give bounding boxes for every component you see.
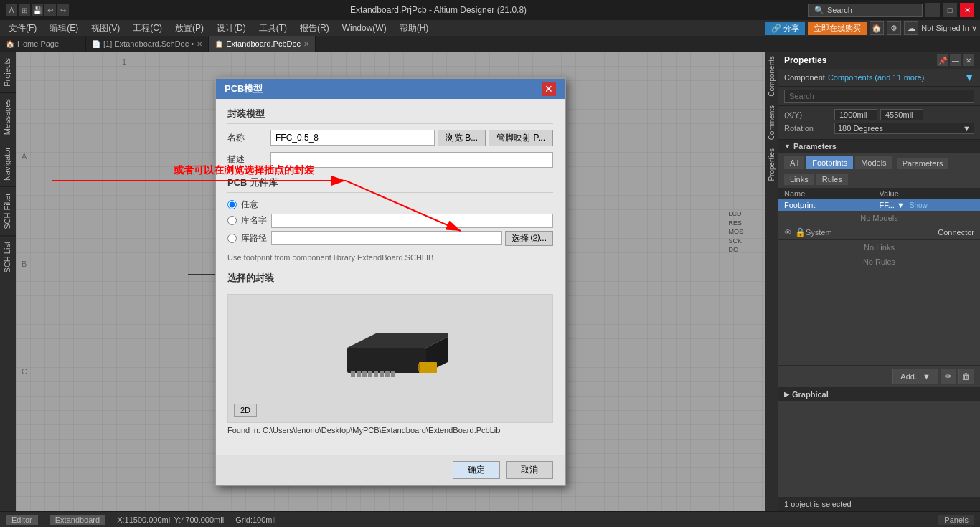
radio-libname-label[interactable]: 库名字 bbox=[241, 214, 267, 227]
tab-schdoc-close[interactable]: ✕ bbox=[197, 40, 202, 48]
svg-rect-12 bbox=[418, 364, 420, 371]
menu-help[interactable]: 帮助(H) bbox=[394, 21, 435, 36]
modal-footer: 确定 取消 bbox=[216, 455, 565, 485]
title-search-bar[interactable]: 🔍 Search bbox=[808, 4, 923, 17]
no-rules-text: No Rules bbox=[778, 255, 980, 269]
menu-file[interactable]: 文件(F) bbox=[3, 21, 42, 36]
desc-input[interactable] bbox=[270, 152, 553, 168]
edge-tab-components[interactable]: Components bbox=[765, 52, 778, 101]
eye-icon[interactable]: 👁 bbox=[784, 228, 792, 237]
pin-icon[interactable]: 📌 bbox=[937, 54, 948, 66]
edge-tab-comments[interactable]: Comments bbox=[765, 101, 778, 144]
extandboard-tab[interactable]: Extandboard bbox=[50, 515, 105, 525]
tab-homepage-label: Home Page bbox=[17, 39, 59, 48]
param-btn-links[interactable]: Links bbox=[784, 174, 814, 185]
edge-tab-properties[interactable]: Properties bbox=[765, 144, 778, 186]
footprint-name-cell: Footprint bbox=[784, 201, 880, 209]
delete-button[interactable]: 🗑 bbox=[958, 369, 974, 384]
library-options: 任意 库名字 库路径 bbox=[227, 199, 553, 246]
param-btn-footprints[interactable]: Footprints bbox=[806, 156, 853, 169]
footprint-row[interactable]: Footprint FF... ▼ Show bbox=[778, 199, 980, 211]
minimize-button[interactable]: — bbox=[925, 3, 940, 17]
preview-2d-button[interactable]: 2D bbox=[234, 404, 257, 417]
radio-libpath-label[interactable]: 库路径 bbox=[241, 232, 267, 244]
maximize-button[interactable]: □ bbox=[943, 3, 957, 17]
save-icon[interactable]: 💾 bbox=[32, 4, 43, 16]
add-button[interactable]: Add... ▼ bbox=[892, 369, 938, 384]
menu-report[interactable]: 报告(R) bbox=[294, 21, 335, 36]
menu-icon1[interactable]: ⊞ bbox=[19, 4, 30, 16]
footprint-show-link[interactable]: Show bbox=[910, 201, 928, 209]
properties-panel: Properties 📌 — ✕ Component Components (a… bbox=[778, 52, 980, 511]
ok-button[interactable]: 确定 bbox=[453, 461, 500, 479]
menu-place[interactable]: 放置(P) bbox=[169, 21, 209, 36]
y-value[interactable]: 4550mil bbox=[880, 109, 923, 120]
modal-overlay: PCB模型 ✕ 封装模型 名称 浏览 B... 管脚映射 P... bbox=[16, 52, 765, 511]
footprint-value-cell: FF... ▼ Show bbox=[880, 201, 975, 209]
libpath-input[interactable] bbox=[271, 231, 502, 245]
menu-project[interactable]: 工程(C) bbox=[127, 21, 168, 36]
modal-close-button[interactable]: ✕ bbox=[542, 82, 556, 96]
menu-tools[interactable]: 工具(T) bbox=[253, 21, 293, 36]
cancel-button[interactable]: 取消 bbox=[506, 461, 553, 479]
footprint-dropdown-icon[interactable]: ▼ bbox=[897, 201, 905, 209]
home-icon-btn[interactable]: 🏠 bbox=[870, 21, 884, 35]
editor-area[interactable]: A B C 1 LCD RES MOS SCK DC PCB模型 ✕ bbox=[16, 52, 765, 511]
param-btn-all[interactable]: All bbox=[784, 156, 804, 169]
props-search-input[interactable] bbox=[784, 90, 974, 103]
name-input[interactable] bbox=[270, 130, 435, 146]
share-button[interactable]: 🔗 分享 bbox=[765, 22, 805, 35]
tab-schdoc[interactable]: 📄 [1] Extandboard.SchDoc • ✕ bbox=[86, 36, 209, 52]
tab-pcbdoc[interactable]: 📋 Extandboard.PcbDoc ✕ bbox=[209, 36, 316, 52]
tab-homepage[interactable]: 🏠 Home Page bbox=[0, 36, 86, 52]
redo-icon[interactable]: ↪ bbox=[57, 4, 69, 16]
xy-rotation-section: (X/Y) 1900mil 4550mil Rotation 180 Degre… bbox=[778, 106, 980, 140]
filter-icon[interactable]: ▼ bbox=[964, 72, 974, 83]
libname-input[interactable] bbox=[271, 214, 553, 228]
radio-libname[interactable] bbox=[227, 216, 237, 225]
coordinates-text: X:11500.000mil Y:4700.000mil bbox=[117, 516, 224, 524]
svg-rect-5 bbox=[362, 371, 367, 377]
select-button[interactable]: 选择 ⑵... bbox=[505, 231, 553, 246]
add-dropdown-icon: ▼ bbox=[923, 372, 930, 381]
param-btn-rules[interactable]: Rules bbox=[816, 174, 848, 185]
edit-button[interactable]: ✏ bbox=[941, 369, 956, 384]
menu-window[interactable]: Window(W) bbox=[336, 22, 392, 34]
sidebar-item-navigator[interactable]: Navigator bbox=[0, 141, 16, 186]
user-info[interactable]: Not Signed In ∨ bbox=[921, 24, 977, 33]
radio-any-label[interactable]: 任意 bbox=[241, 199, 258, 211]
param-btn-parameters[interactable]: Parameters bbox=[897, 158, 949, 169]
rotation-select[interactable]: 180 Degrees ▼ bbox=[834, 123, 974, 134]
svg-rect-3 bbox=[351, 371, 355, 377]
sidebar-item-messages[interactable]: Messages bbox=[0, 92, 16, 141]
panels-button[interactable]: Panels bbox=[938, 515, 974, 525]
browse-button[interactable]: 浏览 B... bbox=[438, 130, 486, 146]
params-section-header[interactable]: ▼ Parameters bbox=[778, 140, 980, 153]
sidebar-item-schlist[interactable]: SCH List bbox=[0, 235, 16, 278]
graphical-section-header[interactable]: ▶ Graphical bbox=[778, 388, 980, 401]
tab-pcbdoc-close[interactable]: ✕ bbox=[303, 40, 309, 48]
close-button[interactable]: ✕ bbox=[960, 3, 974, 17]
svg-rect-10 bbox=[391, 371, 395, 377]
sidebar-item-projects[interactable]: Projects bbox=[0, 52, 16, 92]
cloud-icon-btn[interactable]: ☁ bbox=[904, 21, 918, 35]
settings-icon-btn[interactable]: ⚙ bbox=[887, 21, 901, 35]
menu-edit[interactable]: 编辑(E) bbox=[44, 21, 84, 36]
undo-icon[interactable]: ↩ bbox=[44, 4, 56, 16]
props-minimize-icon[interactable]: — bbox=[950, 54, 961, 66]
editor-tab[interactable]: Editor bbox=[6, 515, 38, 525]
pinmap-button[interactable]: 管脚映射 P... bbox=[489, 130, 553, 146]
buy-button[interactable]: 立即在线购买 bbox=[808, 22, 867, 35]
found-in-text: Found in: C:\Users\lenono\Desktop\MyPCB\… bbox=[227, 423, 553, 437]
radio-any[interactable] bbox=[227, 200, 237, 209]
no-links-text: No Links bbox=[778, 240, 980, 255]
radio-libpath[interactable] bbox=[227, 234, 237, 243]
radio-libname-row: 库名字 bbox=[227, 214, 553, 228]
sidebar-item-schfilter[interactable]: SCH Filter bbox=[0, 186, 16, 235]
menu-design[interactable]: 设计(D) bbox=[211, 21, 252, 36]
x-value[interactable]: 1900mil bbox=[834, 109, 877, 120]
param-btn-models[interactable]: Models bbox=[855, 156, 892, 169]
menu-view[interactable]: 视图(V) bbox=[85, 21, 126, 36]
selected-footprint-section: 选择的封装 bbox=[227, 272, 553, 437]
props-close-icon[interactable]: ✕ bbox=[963, 54, 974, 66]
